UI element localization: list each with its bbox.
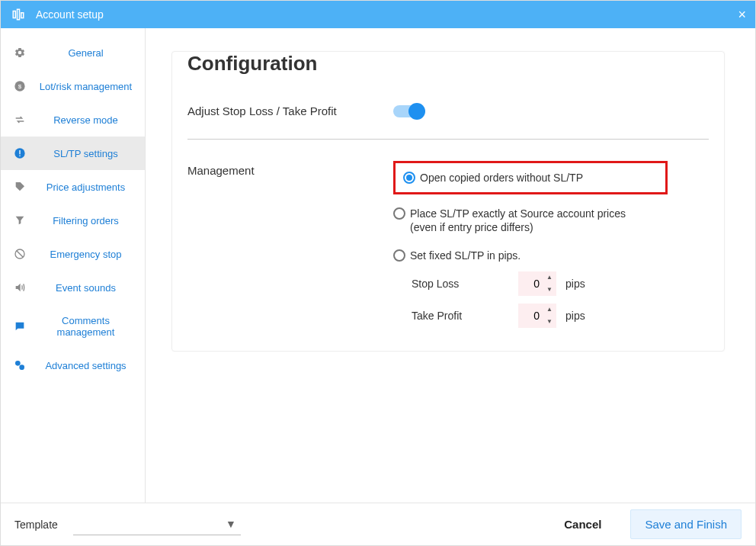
sidebar-item-label: Reverse mode (34, 114, 137, 126)
stoploss-label: Stop Loss (412, 278, 518, 290)
svg-rect-6 (19, 150, 20, 154)
radio-open-without-sltp[interactable]: Open copied orders without SL/TP (403, 166, 658, 189)
gear-icon (11, 47, 28, 59)
save-and-finish-button[interactable]: Save and Finish (630, 509, 742, 539)
sidebar-item-label: General (34, 47, 137, 59)
close-icon[interactable]: × (738, 7, 746, 23)
window-title: Account setup (36, 8, 738, 21)
sidebar-item-filtering[interactable]: Filtering orders (1, 204, 145, 237)
takeprofit-down[interactable]: ▼ (543, 316, 556, 328)
takeprofit-up[interactable]: ▲ (543, 304, 556, 316)
page-title: Configuration (187, 52, 709, 75)
filter-icon (11, 214, 28, 226)
sidebar-item-lot-risk[interactable]: $ Lot/risk management (1, 69, 145, 103)
sidebar: General $ Lot/risk management Reverse mo… (1, 28, 146, 503)
comment-icon (11, 320, 28, 332)
svg-rect-7 (19, 156, 20, 156)
svg-rect-0 (13, 11, 15, 18)
stoploss-input[interactable] (518, 278, 543, 290)
sidebar-item-price-adj[interactable]: Price adjustments (1, 170, 145, 204)
svg-text:$: $ (18, 83, 22, 90)
sidebar-item-label: Advanced settings (34, 360, 137, 371)
radio-icon (403, 172, 415, 184)
app-icon (10, 6, 27, 23)
stoploss-down[interactable]: ▼ (543, 284, 556, 296)
takeprofit-spinner[interactable]: ▲ ▼ (518, 304, 556, 328)
sidebar-item-general[interactable]: General (1, 36, 145, 69)
dollar-icon: $ (11, 80, 28, 92)
sidebar-item-label: Event sounds (34, 282, 137, 294)
content-area: Configuration Adjust Stop Loss / Take Pr… (146, 28, 755, 503)
template-label: Template (14, 519, 58, 531)
radio-label: Place SL/TP exactly at Source account pr… (410, 207, 646, 234)
management-radio-group: Open copied orders without SL/TP Place S… (393, 161, 709, 328)
svg-rect-1 (18, 9, 20, 20)
cancel-button[interactable]: Cancel (550, 510, 615, 538)
adjust-toggle[interactable] (393, 105, 424, 117)
sidebar-item-label: SL/TP settings (34, 148, 137, 159)
alert-icon (11, 147, 28, 159)
sidebar-item-advanced[interactable]: Advanced settings (1, 348, 145, 382)
titlebar: Account setup × (1, 1, 755, 28)
unit-label: pips (565, 278, 585, 290)
chevron-down-icon: ▼ (226, 518, 236, 530)
takeprofit-row: Take Profit ▲ ▼ pips (412, 304, 709, 328)
tag-icon (11, 181, 28, 193)
sidebar-item-label: Price adjustments (34, 181, 137, 193)
svg-line-9 (17, 251, 23, 257)
reverse-icon (11, 114, 28, 126)
sidebar-item-sounds[interactable]: Event sounds (1, 271, 145, 304)
sidebar-item-comments[interactable]: Comments management (1, 304, 145, 348)
radio-fixed-pips[interactable]: Set fixed SL/TP in pips. (393, 244, 709, 267)
template-select[interactable]: ▼ (73, 514, 241, 535)
sidebar-item-sltp[interactable]: SL/TP settings (1, 136, 145, 170)
radio-label: Set fixed SL/TP in pips. (410, 249, 521, 262)
unit-label: pips (565, 310, 585, 322)
takeprofit-label: Take Profit (412, 310, 518, 322)
radio-place-exactly[interactable]: Place SL/TP exactly at Source account pr… (393, 202, 709, 239)
sidebar-item-label: Filtering orders (34, 215, 137, 226)
footer: Template ▼ Cancel Save and Finish (1, 503, 755, 545)
svg-point-10 (15, 361, 21, 366)
sound-icon (11, 281, 28, 294)
sidebar-item-label: Emergency stop (34, 249, 137, 260)
svg-rect-2 (21, 13, 24, 18)
adjust-label: Adjust Stop Loss / Take Profit (187, 104, 393, 117)
management-label: Management (187, 161, 393, 177)
highlight-box: Open copied orders without SL/TP (393, 161, 668, 194)
radio-label: Open copied orders without SL/TP (420, 171, 583, 185)
radio-icon (393, 207, 405, 220)
gears-icon (11, 359, 28, 371)
sidebar-item-reverse[interactable]: Reverse mode (1, 103, 145, 136)
sidebar-item-label: Comments management (34, 315, 137, 338)
radio-icon (393, 249, 405, 262)
stoploss-up[interactable]: ▲ (543, 271, 556, 284)
divider (187, 139, 709, 140)
svg-point-11 (19, 365, 24, 370)
sidebar-item-emergency[interactable]: Emergency stop (1, 237, 145, 271)
stoploss-spinner[interactable]: ▲ ▼ (518, 271, 556, 296)
sidebar-item-label: Lot/risk management (34, 81, 137, 92)
adjust-row: Adjust Stop Loss / Take Profit (187, 97, 709, 125)
stoploss-row: Stop Loss ▲ ▼ pips (412, 271, 709, 296)
stop-icon (11, 248, 28, 260)
takeprofit-input[interactable] (518, 310, 543, 322)
